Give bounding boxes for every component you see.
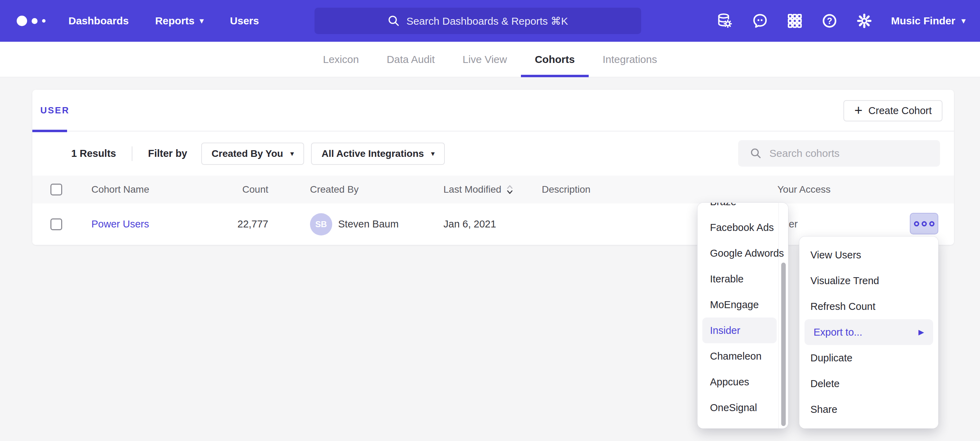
integrations-filter-dropdown[interactable]: All Active Integrations ▾: [311, 142, 445, 165]
menu-item-duplicate[interactable]: Duplicate: [799, 345, 938, 371]
menu-item-delete[interactable]: Delete: [799, 371, 938, 396]
tab-cohorts[interactable]: Cohorts: [521, 42, 589, 77]
created-by-filter-dropdown[interactable]: Created By You ▾: [201, 142, 304, 165]
ellipsis-dot-icon: [922, 221, 927, 227]
select-all-checkbox[interactable]: [50, 184, 62, 195]
data-management-icon[interactable]: [717, 13, 733, 29]
divider: [132, 146, 132, 161]
menu-item-share[interactable]: Share: [799, 396, 938, 422]
column-header-cohort-name: Cohort Name: [91, 176, 150, 203]
help-icon[interactable]: ?: [821, 13, 837, 29]
project-name: Music Finder: [891, 15, 955, 27]
scrollbar-thumb[interactable]: [781, 263, 786, 426]
card-header: USER + Create Cohort: [32, 90, 954, 131]
logo-dot: [32, 18, 38, 24]
filter-toolbar: 1 Results Filter by Created By You ▾ All…: [32, 131, 954, 176]
sort-icon: [506, 184, 514, 195]
menu-item-insider[interactable]: Insider: [702, 318, 777, 343]
apps-grid-icon[interactable]: [787, 13, 803, 29]
menu-item-facebook-ads[interactable]: Facebook Ads: [697, 214, 778, 240]
menu-item-iterable[interactable]: Iterable: [697, 266, 778, 292]
menu-item-moengage[interactable]: MoEngage: [697, 292, 778, 318]
cohorts-card: USER + Create Cohort 1 Results Filter by…: [32, 90, 954, 245]
menu-item-view-users[interactable]: View Users: [799, 242, 938, 268]
nav-users-label: Users: [230, 15, 259, 27]
global-search-placeholder: Search Dashboards & Reports ⌘K: [406, 15, 568, 27]
ellipsis-dot-icon: [914, 221, 919, 227]
ellipsis-dot-icon: [929, 221, 934, 227]
nav-reports[interactable]: Reports▾: [155, 15, 203, 27]
tab-user-cohorts[interactable]: USER: [32, 90, 83, 131]
search-cohorts-field: [738, 140, 940, 166]
chevron-down-icon: ▾: [431, 150, 435, 157]
nav-dashboards[interactable]: Dashboards: [68, 15, 129, 27]
menu-item-export-to[interactable]: Export to... ▶: [805, 319, 933, 345]
menu-item-chameleon[interactable]: Chameleon: [697, 343, 778, 369]
nav-users[interactable]: Users: [230, 15, 259, 27]
export-to-label: Export to...: [813, 327, 862, 338]
menu-item-refresh-count[interactable]: Refresh Count: [799, 294, 938, 319]
top-navbar: Dashboards Reports▾ Users Search Dashboa…: [0, 0, 980, 42]
nav-dashboards-label: Dashboards: [68, 15, 129, 27]
chevron-down-icon: ▾: [200, 17, 204, 25]
section-tabs: Lexicon Data Audit Live View Cohorts Int…: [0, 42, 980, 77]
export-submenu-items: Braze Facebook Ads Google Adwords Iterab…: [697, 203, 788, 420]
tab-live-view[interactable]: Live View: [449, 42, 521, 77]
mixpanel-logo-icon[interactable]: [17, 16, 46, 26]
settings-icon[interactable]: [856, 13, 872, 29]
column-header-last-modified[interactable]: Last Modified: [444, 176, 514, 203]
column-header-description: Description: [542, 176, 590, 203]
tab-integrations[interactable]: Integrations: [589, 42, 671, 77]
integrations-filter-value: All Active Integrations: [321, 148, 424, 159]
results-count: 1 Results: [71, 148, 116, 159]
menu-item-braze[interactable]: Braze: [697, 203, 778, 214]
create-cohort-label: Create Cohort: [869, 105, 932, 117]
global-search-input[interactable]: Search Dashboards & Reports ⌘K: [315, 8, 641, 34]
last-modified-date: Jan 6, 2021: [444, 203, 496, 245]
filter-by-label: Filter by: [148, 148, 187, 159]
logo-dot: [17, 16, 27, 26]
project-switcher[interactable]: Music Finder ▾: [891, 15, 966, 27]
created-by-name: Steven Baum: [338, 219, 399, 230]
export-to-submenu: Braze Facebook Ads Google Adwords Iterab…: [697, 203, 788, 428]
row-checkbox[interactable]: [50, 219, 62, 230]
menu-item-appcues[interactable]: Appcues: [697, 369, 778, 395]
search-icon: [388, 14, 400, 27]
search-cohorts-input[interactable]: [769, 147, 940, 159]
svg-text:?: ?: [827, 16, 832, 26]
feedback-icon[interactable]: [752, 13, 768, 29]
row-actions-button[interactable]: [910, 213, 938, 235]
column-header-count: Count: [185, 176, 268, 203]
row-context-menu: View Users Visualize Trend Refresh Count…: [799, 236, 938, 428]
table-header-row: Cohort Name Count Created By Last Modifi…: [32, 176, 954, 203]
navbar-right-cluster: ? Music Finder ▾: [717, 0, 966, 42]
menu-item-visualize-trend[interactable]: Visualize Trend: [799, 268, 938, 294]
column-header-created-by: Created By: [310, 176, 359, 203]
tab-lexicon[interactable]: Lexicon: [309, 42, 372, 77]
menu-item-onesignal[interactable]: OneSignal: [697, 395, 778, 420]
chevron-down-icon: ▾: [962, 17, 966, 25]
cohort-count: 22,777: [185, 203, 268, 245]
avatar: SB: [310, 213, 332, 235]
primary-nav: Dashboards Reports▾ Users: [68, 15, 259, 27]
chevron-down-icon: ▾: [291, 150, 294, 157]
submenu-arrow-icon: ▶: [918, 328, 924, 336]
cohort-name-link[interactable]: Power Users: [91, 219, 149, 230]
column-header-your-access: Your Access: [777, 176, 830, 203]
nav-reports-label: Reports: [155, 15, 194, 27]
last-modified-label: Last Modified: [444, 184, 501, 195]
tab-data-audit[interactable]: Data Audit: [373, 42, 449, 77]
created-by-filter-value: Created By You: [212, 148, 283, 159]
search-icon: [750, 147, 762, 159]
menu-item-google-adwords[interactable]: Google Adwords: [697, 240, 778, 266]
logo-dot: [42, 19, 46, 22]
create-cohort-button[interactable]: + Create Cohort: [843, 100, 942, 121]
cohorts-page: Dashboards Reports▾ Users Search Dashboa…: [0, 0, 980, 441]
